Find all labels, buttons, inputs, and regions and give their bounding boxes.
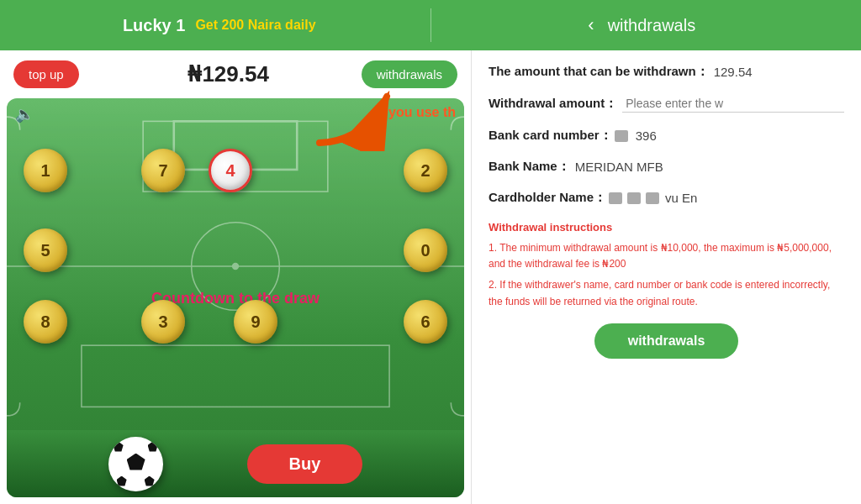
soccer-patch-center xyxy=(127,454,145,470)
back-button[interactable]: ‹ xyxy=(588,14,594,36)
bank-card-mask-1 xyxy=(615,130,628,142)
instruction-2: 2. If the withdrawer's name, card number… xyxy=(489,277,844,309)
amount-label: The amount that can be withdrawn： xyxy=(489,64,709,80)
ball-6[interactable]: 6 xyxy=(404,300,447,344)
bank-name-row: Bank Name： MERIDAN MFB xyxy=(489,159,844,175)
game-promo-text: If you use th xyxy=(377,105,456,120)
ball-9[interactable]: 9 xyxy=(234,300,277,344)
svg-point-4 xyxy=(232,263,239,270)
ball-7[interactable]: 7 xyxy=(141,149,185,192)
soccer-patch-tl xyxy=(114,442,124,452)
right-panel: The amount that can be withdrawn： 129.54… xyxy=(471,50,861,504)
bank-card-label: Bank card number： xyxy=(489,128,612,144)
amount-row: The amount that can be withdrawn： 129.54 xyxy=(489,64,844,80)
buy-button[interactable]: Buy xyxy=(247,444,363,484)
header-withdrawals-title: withdrawals xyxy=(608,16,695,35)
cardholder-mask-1 xyxy=(609,192,622,204)
app-title: Lucky 1 xyxy=(123,16,185,35)
balance-display: ₦129.54 xyxy=(96,61,362,87)
header-left: Lucky 1 Get 200 Naira daily xyxy=(17,16,422,35)
withdrawals-button[interactable]: withdrawals xyxy=(362,60,457,88)
ball-2[interactable]: 2 xyxy=(404,149,447,192)
header-right: ‹ withdrawals xyxy=(440,14,845,36)
svg-rect-6 xyxy=(82,345,389,407)
top-bar: top up ₦129.54 withdrawals xyxy=(0,50,471,98)
ball-5[interactable]: 5 xyxy=(24,228,67,272)
instructions-title: Withdrawal instructions xyxy=(489,221,844,234)
withdrawal-amount-label: Withdrawal amount： xyxy=(489,96,617,112)
bank-card-row: Bank card number： 396 xyxy=(489,128,844,144)
left-panel: top up ₦129.54 withdrawals 🔈 If you use … xyxy=(0,50,471,504)
bank-card-suffix: 396 xyxy=(636,129,657,143)
main-content: top up ₦129.54 withdrawals 🔈 If you use … xyxy=(0,50,861,504)
soccer-patch-br xyxy=(145,476,155,486)
amount-value: 129.54 xyxy=(714,65,753,79)
ball-0[interactable]: 0 xyxy=(404,228,447,272)
withdraw-submit-button[interactable]: withdrawals xyxy=(594,323,739,359)
cardholder-mask-2 xyxy=(627,192,641,204)
cardholder-mask-3 xyxy=(646,192,659,204)
sound-icon[interactable]: 🔈 xyxy=(15,105,34,123)
soccer-ball xyxy=(108,437,163,491)
ball-4[interactable]: 4 xyxy=(209,149,252,192)
withdrawal-amount-row: Withdrawal amount： xyxy=(489,95,844,113)
game-area: 🔈 If you use th xyxy=(7,98,464,497)
header-promo: Get 200 Naira daily xyxy=(195,18,315,33)
bottom-bar: Buy xyxy=(7,430,464,497)
withdrawal-amount-input[interactable] xyxy=(622,95,844,113)
header-divider xyxy=(430,8,431,42)
soccer-patch-bl xyxy=(117,476,127,486)
bank-name-label: Bank Name： xyxy=(489,159,570,175)
cardholder-label: Cardholder Name： xyxy=(489,190,606,206)
bank-name-value: MERIDAN MFB xyxy=(575,160,663,174)
ball-8[interactable]: 8 xyxy=(24,300,67,344)
instructions-section: Withdrawal instructions 1. The minimum w… xyxy=(489,221,844,310)
header: Lucky 1 Get 200 Naira daily ‹ withdrawal… xyxy=(0,0,861,50)
cardholder-suffix: vu En xyxy=(665,191,697,205)
top-up-button[interactable]: top up xyxy=(13,60,79,88)
ball-1[interactable]: 1 xyxy=(24,149,67,192)
instruction-1: 1. The minimum withdrawal amount is ₦10,… xyxy=(489,240,844,272)
soccer-patch-tr xyxy=(148,442,158,452)
cardholder-row: Cardholder Name： vu En xyxy=(489,190,844,206)
ball-3[interactable]: 3 xyxy=(141,300,185,344)
